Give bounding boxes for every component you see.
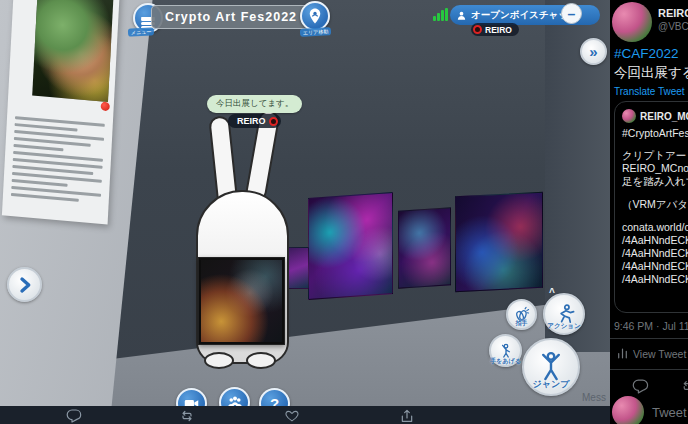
avatar-rabbit-foot-left (204, 352, 234, 369)
quoted-tweet-card[interactable]: REIRO_MCn. #CryptoArtFes クリプトアートの REIRO_… (614, 101, 688, 313)
analytics-label: View Tweet ana (633, 348, 688, 360)
quoted-link: /4AaHNndECKpie (622, 260, 688, 273)
like-icon[interactable] (284, 408, 300, 424)
speech-bubble: 今日出展してます。 (207, 95, 302, 113)
pan-right-button[interactable] (7, 267, 42, 302)
tweet-panel: REIRO_M @VBC_Cl #CAF2022 今回出展する Translat… (610, 0, 688, 424)
poster-text (11, 116, 105, 208)
cutoff-watermark-text: Mess (582, 392, 606, 403)
area-move-label: エリア移動 (300, 27, 332, 37)
raise-hand-label: 手をあげる (485, 357, 526, 366)
map-pin-icon (306, 7, 324, 25)
quoted-link: /4AaHNndECK (622, 273, 688, 286)
double-chevron-icon: » (589, 43, 597, 60)
retweet-icon[interactable] (179, 408, 195, 424)
tweet-retweet-icon[interactable] (680, 378, 688, 395)
screenshot-root: 今日出展してます。 REIRO メニュー Crypto Art Fes2022 … (0, 0, 688, 424)
quoted-text-line: REIRO_MCno151 (622, 162, 688, 175)
tweet-author-name[interactable]: REIRO_M (658, 7, 688, 19)
quoted-hashtag: #CryptoArtFes (622, 127, 688, 139)
clap-label: 拍手 (506, 319, 537, 328)
quoted-text-line: （VRMアバター (622, 198, 688, 211)
expand-chat-button[interactable]: » (580, 38, 607, 65)
world-title: Crypto Art Fes2022 (151, 5, 311, 29)
reply-icon[interactable] (66, 408, 82, 424)
tweet-timestamp: 9:46 PM · Jul 11, 2 (614, 320, 688, 332)
gallery-artwork-3 (455, 192, 543, 293)
tweet-reply-icon[interactable] (632, 378, 649, 395)
speaker-name: REIRO (485, 25, 512, 35)
quoted-author-avatar (622, 109, 636, 123)
quoted-text-line: 足を踏み入れてい (622, 175, 688, 188)
tweet-author-avatar[interactable] (612, 2, 652, 42)
analytics-bars-icon (616, 347, 629, 360)
tweet-author-handle: @VBC_Cl (658, 21, 688, 32)
divider (610, 369, 688, 370)
metaverse-viewport[interactable]: 今日出展してます。 REIRO メニュー Crypto Art Fes2022 … (0, 0, 610, 424)
poster-artwork-image (32, 0, 113, 102)
tweet-media-action-bar (0, 406, 610, 424)
wall-poster (2, 0, 120, 224)
quoted-link: conata.world/caf (622, 221, 688, 234)
signal-strength-icon (433, 8, 448, 21)
share-icon[interactable] (399, 408, 415, 424)
quoted-author-name: REIRO_MCn. (640, 111, 688, 122)
reply-composer-avatar (612, 396, 644, 424)
gallery-artwork-2 (398, 207, 451, 289)
active-speaker-badge: REIRO (471, 23, 519, 36)
tweet-body-text: 今回出展する (614, 64, 688, 82)
quoted-link: /4AaHNndECKpie (622, 234, 688, 247)
action-label: アクション (543, 322, 585, 331)
tweet-hashtag-link[interactable]: #CAF2022 (614, 46, 679, 61)
view-tweet-analytics-link[interactable]: View Tweet ana (616, 347, 688, 360)
minus-icon: – (568, 6, 576, 22)
quoted-link: /4AaHNndECKpie (622, 247, 688, 260)
menu-button-label: メニュー (128, 27, 155, 36)
avatar-nametag: REIRO (228, 114, 281, 128)
avatar-held-artwork (198, 257, 285, 345)
divider (610, 338, 688, 339)
person-icon (456, 10, 467, 21)
gallery-artwork-4 (286, 247, 309, 289)
translate-tweet-link[interactable]: Translate Tweet (614, 86, 685, 97)
mute-button[interactable]: – (561, 3, 582, 24)
gallery-artwork-1 (308, 192, 393, 300)
reply-composer-placeholder[interactable]: Tweet y (652, 405, 688, 420)
nametag-label: REIRO (237, 116, 266, 126)
speaker-badge-icon (473, 25, 482, 34)
nametag-badge-icon (269, 117, 278, 126)
chevron-right-icon (16, 276, 34, 294)
jump-label: ジャンプ (522, 378, 580, 391)
quoted-text-line: クリプトアートの (622, 149, 688, 162)
sold-red-dot (101, 101, 110, 111)
avatar-rabbit-foot-right (246, 352, 276, 369)
